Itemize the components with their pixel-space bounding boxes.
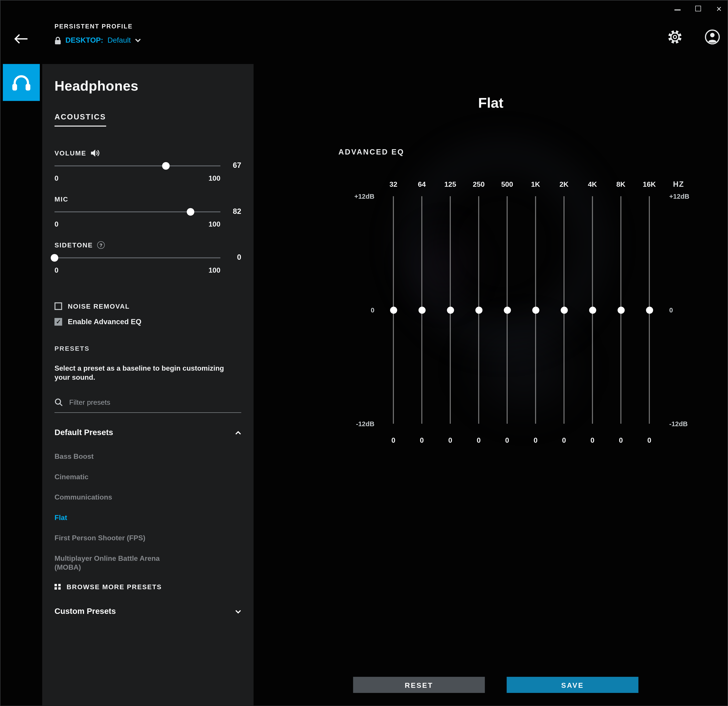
tab-acoustics[interactable]: ACOUSTICS <box>55 113 106 127</box>
preset-item-bass-boost[interactable]: Bass Boost <box>55 452 173 461</box>
eq-freq-label: 125 <box>444 180 456 191</box>
mic-slider-group: MIC 82 0 100 <box>55 194 241 228</box>
browse-more-presets-label: BROWSE MORE PRESETS <box>66 583 162 590</box>
eq-slider-handle[interactable] <box>475 306 482 313</box>
settings-panel: Headphones ACOUSTICS VOLUME <box>42 64 254 706</box>
scale-max-right: +12dB <box>669 192 716 200</box>
headphones-icon <box>10 73 32 92</box>
preset-item-fps[interactable]: First Person Shooter (FPS) <box>55 533 173 542</box>
back-button[interactable] <box>13 32 30 46</box>
save-button[interactable]: SAVE <box>507 677 638 693</box>
eq-slider-handle[interactable] <box>447 306 454 313</box>
advanced-eq-label: Enable Advanced EQ <box>68 318 142 326</box>
eq-slider-handle[interactable] <box>418 306 425 313</box>
help-icon[interactable]: ? <box>97 241 105 249</box>
volume-slider-handle[interactable] <box>162 162 169 170</box>
volume-slider[interactable] <box>55 158 221 174</box>
eq-band-64: 64 0 <box>407 180 436 444</box>
grid-icon <box>55 584 61 590</box>
eq-freq-label: 16K <box>643 180 656 191</box>
eq-freq-label: 2K <box>559 180 569 191</box>
slider-section: VOLUME 67 0 100 <box>55 149 241 274</box>
hz-unit-label: HZ <box>673 180 684 189</box>
eq-freq-label: 1K <box>531 180 540 191</box>
filter-presets-input[interactable] <box>68 398 241 407</box>
scale-min-right: -12dB <box>669 420 716 427</box>
eq-band-value: 0 <box>448 436 452 444</box>
sidetone-value: 0 <box>237 253 241 261</box>
profile-section: PERSISTENT PROFILE DESKTOP: Default <box>55 23 141 45</box>
eq-band-value: 0 <box>619 436 623 444</box>
preset-item-communications[interactable]: Communications <box>55 492 173 502</box>
noise-removal-label: NOISE REMOVAL <box>68 302 130 310</box>
noise-removal-checkbox[interactable] <box>55 302 62 310</box>
browse-more-presets-button[interactable]: BROWSE MORE PRESETS <box>55 583 241 590</box>
eq-band-250: 250 0 <box>465 180 493 444</box>
preset-item-flat[interactable]: Flat <box>55 513 173 522</box>
eq-freq-label: 64 <box>418 180 426 191</box>
presets-heading: PRESETS <box>55 345 241 352</box>
eq-slider-handle[interactable] <box>532 306 539 313</box>
custom-presets-label: Custom Presets <box>55 607 116 616</box>
advanced-eq-checkbox-row[interactable]: Enable Advanced EQ <box>55 318 241 326</box>
eq-band-value: 0 <box>505 436 509 444</box>
profile-label: PERSISTENT PROFILE <box>55 23 141 30</box>
sidetone-label: SIDETONE <box>55 241 93 249</box>
mic-slider-track[interactable] <box>55 211 221 212</box>
eq-freq-label: 8K <box>616 180 625 191</box>
app-window: × PERSISTENT PROFILE DESKTOP: Default <box>0 0 728 706</box>
sidebar-item-headphones[interactable] <box>3 64 40 101</box>
scale-min-left: -12dB <box>327 420 374 427</box>
chevron-down-icon <box>235 609 241 614</box>
chevron-up-icon <box>235 430 241 435</box>
eq-band-500: 500 0 <box>493 180 521 444</box>
profile-name: Default <box>107 36 131 45</box>
eq-band-16k: 16K 0 <box>635 180 663 444</box>
eq-band-value: 0 <box>477 436 481 444</box>
eq-band-32: 32 0 <box>379 180 407 444</box>
eq-band-1k: 1K 0 <box>521 180 550 444</box>
eq-action-buttons: RESET SAVE <box>353 677 638 693</box>
mic-slider[interactable] <box>55 204 221 220</box>
mic-slider-handle[interactable] <box>187 208 194 216</box>
eq-slider-handle[interactable] <box>504 306 511 313</box>
preset-item-cinematic[interactable]: Cinematic <box>55 472 173 481</box>
eq-freq-label: 32 <box>389 180 397 191</box>
reset-button[interactable]: RESET <box>353 677 485 693</box>
sidetone-max-label: 100 <box>208 266 221 274</box>
eq-slider-handle[interactable] <box>589 306 596 313</box>
sidetone-slider-group: SIDETONE ? 0 0 100 <box>55 240 241 274</box>
noise-removal-checkbox-row[interactable]: NOISE REMOVAL <box>55 302 241 310</box>
eq-slider-handle[interactable] <box>390 306 397 313</box>
eq-freq-label: 250 <box>473 180 485 191</box>
volume-slider-track[interactable] <box>55 166 221 166</box>
advanced-eq-checkbox[interactable] <box>55 318 62 326</box>
eq-band-grid: 32 0 64 0 125 0 250 0 500 0 <box>379 180 663 444</box>
sidetone-min-label: 0 <box>55 266 59 274</box>
eq-band-value: 0 <box>420 436 424 444</box>
custom-presets-header[interactable]: Custom Presets <box>55 607 241 616</box>
sidetone-slider-handle[interactable] <box>51 254 58 261</box>
presets-description: Select a preset as a baseline to begin c… <box>55 364 230 382</box>
search-icon <box>55 398 63 406</box>
eq-slider-handle[interactable] <box>617 306 624 313</box>
eq-main-area: Flat ADVANCED EQ HZ +12dB 0 -12dB +12dB … <box>254 0 728 706</box>
sidetone-slider-track[interactable] <box>55 257 221 258</box>
back-arrow-icon <box>13 33 29 45</box>
preset-item-moba[interactable]: Multiplayer Online Battle Arena (MOBA) <box>55 554 173 572</box>
eq-freq-label: 500 <box>501 180 513 191</box>
eq-slider-handle[interactable] <box>646 306 653 313</box>
profile-selector[interactable]: DESKTOP: Default <box>55 36 141 45</box>
eq-slider-handle[interactable] <box>560 306 568 313</box>
scale-max-left: +12dB <box>327 192 374 200</box>
eq-band-value: 0 <box>534 436 538 444</box>
default-presets-header[interactable]: Default Presets <box>55 428 241 437</box>
speaker-icon <box>91 149 101 157</box>
volume-min-label: 0 <box>55 174 59 182</box>
sidetone-slider[interactable] <box>55 250 221 266</box>
default-presets-label: Default Presets <box>55 428 113 437</box>
scale-mid-left: 0 <box>327 306 374 314</box>
eq-band-value: 0 <box>391 436 396 444</box>
eq-band-125: 125 0 <box>436 180 465 444</box>
eq-band-2k: 2K 0 <box>550 180 578 444</box>
